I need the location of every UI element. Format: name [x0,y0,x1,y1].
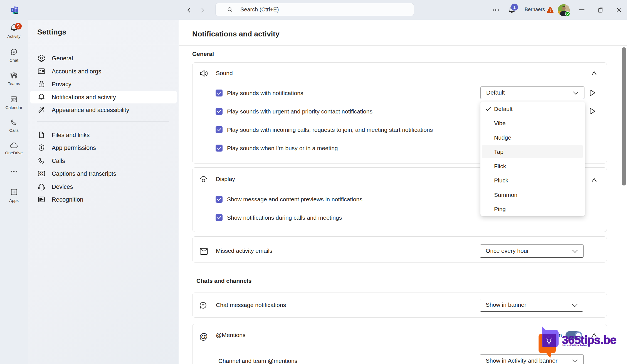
svg-text:https://365tips.be/en/: https://365tips.be/en/ [562,344,587,347]
svg-text:CC: CC [39,172,44,175]
